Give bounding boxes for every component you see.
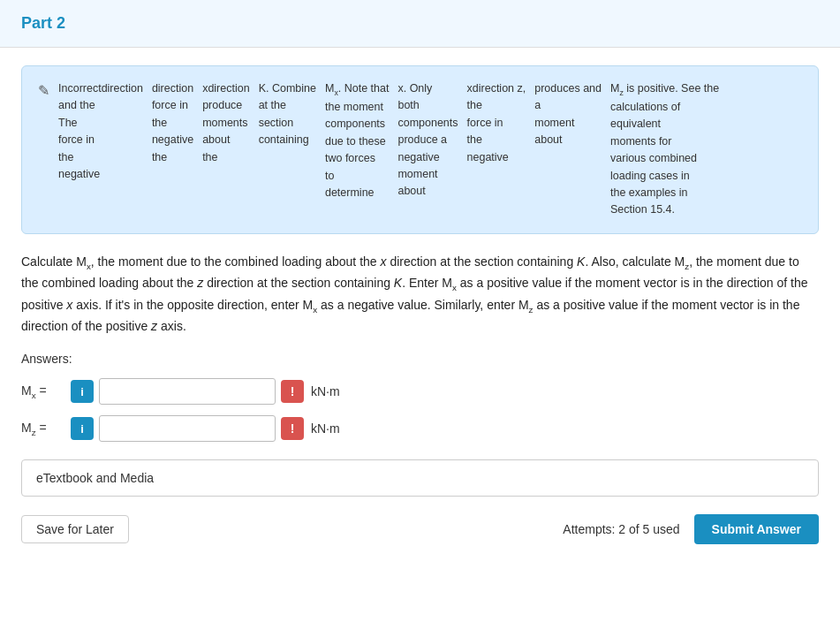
- mz-info-button[interactable]: i: [71, 417, 94, 440]
- hint-col-7: xdirection z, the force in the negative: [467, 80, 526, 219]
- hint-col-5: Mx. Note that the moment components due …: [325, 80, 389, 219]
- hint-col-3: xdirection produce moments about the: [202, 80, 250, 219]
- attempts-text: Attempts: 2 of 5 used: [563, 522, 679, 536]
- part-header: Part 2: [0, 0, 840, 48]
- mz-row: Mz = i ! kN·m: [21, 415, 819, 442]
- page-wrapper: Part 2 ✎ Incorrectdirection and the The …: [0, 0, 840, 622]
- pencil-icon: ✎: [38, 82, 49, 219]
- hint-col-9: Mz is positive. See the calculations of …: [610, 80, 719, 219]
- mz-label: Mz =: [21, 421, 65, 437]
- problem-text: Calculate Mx, the moment due to the comb…: [21, 252, 819, 337]
- main-content: ✎ Incorrectdirection and the The force i…: [0, 48, 840, 565]
- hint-col-8: produces and a moment about: [534, 80, 602, 219]
- etextbook-label: eTextbook and Media: [36, 471, 154, 485]
- mz-input[interactable]: [99, 415, 276, 442]
- mx-warning-button[interactable]: !: [281, 380, 304, 403]
- hint-col-2: direction force in the negative the: [152, 80, 193, 219]
- mx-row: Mx = i ! kN·m: [21, 378, 819, 405]
- mz-unit: kN·m: [311, 421, 340, 436]
- mx-label: Mx =: [21, 383, 65, 400]
- mz-warning-button[interactable]: !: [281, 417, 304, 440]
- hint-box: ✎ Incorrectdirection and the The force i…: [21, 65, 819, 234]
- mx-input[interactable]: [99, 378, 276, 405]
- footer-right: Attempts: 2 of 5 used Submit Answer: [563, 514, 819, 544]
- answers-label: Answers:: [21, 352, 819, 366]
- hint-col-6: x. Only both components produce a negati…: [397, 80, 458, 219]
- hint-col-4: K. Combine at the section containing: [259, 80, 316, 219]
- mx-unit: kN·m: [311, 384, 340, 398]
- footer-row: Save for Later Attempts: 2 of 5 used Sub…: [21, 511, 819, 548]
- save-for-later-button[interactable]: Save for Later: [21, 515, 129, 543]
- hint-col-1: Incorrectdirection and the The force in …: [58, 80, 143, 219]
- part-title: Part 2: [21, 14, 65, 32]
- mx-info-button[interactable]: i: [71, 380, 94, 403]
- submit-answer-button[interactable]: Submit Answer: [694, 514, 819, 544]
- etextbook-box[interactable]: eTextbook and Media: [21, 459, 819, 497]
